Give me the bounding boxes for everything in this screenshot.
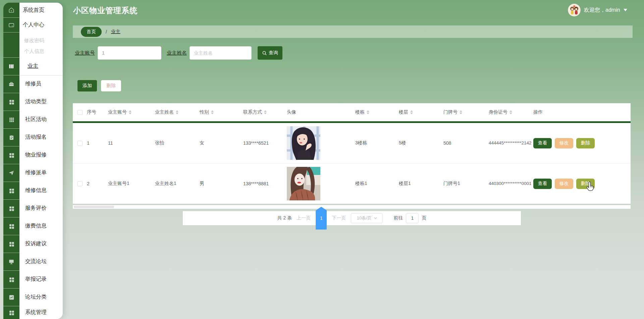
sidebar-item-owner[interactable]: 业主 [19, 57, 63, 75]
current-page-button[interactable]: 1 [316, 207, 327, 230]
user-avatar[interactable] [568, 4, 581, 16]
select-all-cell [73, 110, 87, 115]
sidebar-item-property-repair[interactable]: 物业报修 [19, 146, 63, 164]
delete-button[interactable]: 删除 [576, 179, 595, 189]
cell-gender: 男 [200, 181, 243, 187]
horizontal-scrollbar[interactable] [73, 205, 631, 209]
row-checkbox[interactable] [77, 181, 83, 186]
chart-icon[interactable] [3, 288, 19, 306]
prev-page-button[interactable]: 上一页 [297, 215, 311, 221]
cell-account: 11 [108, 140, 155, 146]
chevron-down-icon[interactable] [624, 9, 627, 11]
grid-icon[interactable] [3, 270, 19, 288]
goto-label: 前往 [393, 215, 403, 221]
sidebar-item-activity-type[interactable]: 活动类型 [19, 93, 63, 111]
batch-delete-button[interactable]: 删除 [101, 80, 121, 91]
cell-avatar [287, 126, 355, 160]
col-avatar: 头像 [287, 109, 355, 115]
grid-icon[interactable] [3, 217, 19, 235]
name-label: 业主姓名 [167, 50, 187, 56]
grid-icon[interactable] [3, 93, 19, 111]
sort-icon [410, 110, 413, 114]
col-phone[interactable]: 联系方式 [243, 109, 287, 115]
breadcrumb: 首页 / 业主 [73, 25, 633, 38]
sidebar-item-personal-info[interactable]: 个人信息 [19, 45, 63, 57]
grid-icon[interactable] [3, 306, 19, 319]
grid-icon[interactable] [3, 199, 19, 217]
col-name[interactable]: 业主姓名 [155, 109, 200, 115]
sidebar-item-service-review[interactable]: 服务评价 [19, 199, 63, 217]
table-row: 1 11 张怡 女 133****6521 3楼栋 5楼 [73, 123, 631, 164]
cell-door: 508 [443, 140, 489, 146]
sidebar-item-repairman[interactable]: 维修员 [19, 75, 63, 93]
edit-button[interactable]: 修改 [555, 179, 573, 189]
cell-id-number: 444445**********2142 [489, 139, 536, 147]
cell-index: 2 [87, 181, 108, 186]
sidebar-item-report-record[interactable]: 举报记录 [19, 270, 63, 288]
sort-icon [176, 110, 178, 114]
book-icon[interactable] [3, 57, 19, 75]
select-all-checkbox[interactable] [77, 110, 83, 115]
scrollbar-thumb[interactable] [74, 206, 114, 208]
monitor-icon[interactable] [3, 253, 19, 270]
sidebar-item-payment-info[interactable]: 缴费信息 [19, 217, 63, 235]
col-account[interactable]: 业主账号 [108, 109, 155, 115]
page-size-select[interactable]: 10条/页 [351, 213, 383, 223]
cell-actions: 查看 修改 删除 [533, 179, 631, 189]
col-building[interactable]: 楼栋 [355, 109, 399, 115]
sidebar-item-system-home[interactable]: 系统首页 [19, 3, 63, 17]
cell-avatar [287, 167, 355, 200]
row-checkbox[interactable] [77, 141, 83, 146]
clipboard-icon[interactable] [3, 128, 19, 146]
breadcrumb-home[interactable]: 首页 [81, 27, 102, 37]
col-id-number[interactable]: 身份证号 [489, 109, 533, 115]
sort-icon [129, 110, 131, 114]
cell-door: 门牌号1 [443, 181, 489, 187]
add-button[interactable]: 添加 [77, 80, 97, 91]
grid-icon[interactable] [3, 146, 19, 164]
cell-building: 3楼栋 [355, 140, 399, 146]
account-input[interactable] [98, 46, 161, 60]
username: admin [605, 7, 620, 13]
cell-name: 业主姓名1 [155, 181, 200, 187]
pagination: 共 2 条 上一页 1 下一页 10条/页 前往 页 [183, 211, 521, 225]
account-label: 业主账号 [75, 50, 95, 56]
breadcrumb-current[interactable]: 业主 [111, 29, 120, 35]
plane-icon[interactable] [3, 164, 19, 182]
sidebar-item-forum-category[interactable]: 论坛分类 [19, 288, 63, 306]
home-icon[interactable] [3, 3, 19, 17]
breadcrumb-separator: / [106, 29, 107, 35]
sidebar-item-community-activity[interactable]: 社区活动 [19, 111, 63, 128]
cell-account: 业主账号1 [108, 181, 155, 187]
sidebar-item-change-password[interactable]: 修改密码 [19, 35, 63, 47]
goto-page-input[interactable] [406, 213, 419, 223]
sidebar: 系统首页 个人中心 修改密码 个人信息 业主 维修员 活动类型 社区活动 活动报… [3, 3, 63, 319]
sidebar-item-activity-signup[interactable]: 活动报名 [19, 128, 63, 146]
search-form: 业主账号 业主姓名 查询 [75, 46, 282, 60]
grid9-icon[interactable] [3, 111, 19, 128]
delete-button[interactable]: 删除 [576, 138, 595, 148]
col-gender[interactable]: 性别 [200, 109, 243, 115]
col-door[interactable]: 门牌号 [443, 109, 489, 115]
edit-button[interactable]: 修改 [555, 138, 573, 148]
name-input[interactable] [190, 46, 252, 60]
cell-id-number: 440300**********0001 [489, 180, 536, 187]
view-button[interactable]: 查看 [533, 138, 552, 148]
search-button[interactable]: 查询 [258, 46, 282, 60]
grid-icon[interactable] [3, 182, 19, 199]
col-floor[interactable]: 楼层 [399, 109, 443, 115]
sidebar-item-repair-dispatch[interactable]: 维修派单 [19, 164, 63, 182]
sidebar-item-forum[interactable]: 交流论坛 [19, 253, 63, 270]
card-icon[interactable] [3, 17, 19, 33]
col-actions: 操作 [533, 109, 631, 115]
next-page-button[interactable]: 下一页 [332, 215, 346, 221]
sidebar-item-system-management[interactable]: 系统管理 [19, 306, 63, 319]
view-button[interactable]: 查看 [533, 179, 552, 189]
sidebar-item-personal-center[interactable]: 个人中心 [19, 17, 63, 33]
table-row: 2 业主账号1 业主姓名1 男 138****8881 [73, 164, 631, 204]
sidebar-item-repair-info[interactable]: 维修信息 [19, 182, 63, 199]
grid-icon[interactable] [3, 235, 19, 253]
briefcase-icon[interactable] [3, 75, 19, 93]
sidebar-item-complaint-suggestion[interactable]: 投诉建议 [19, 235, 63, 253]
user-menu[interactable]: 欢迎您，admin [568, 3, 627, 17]
